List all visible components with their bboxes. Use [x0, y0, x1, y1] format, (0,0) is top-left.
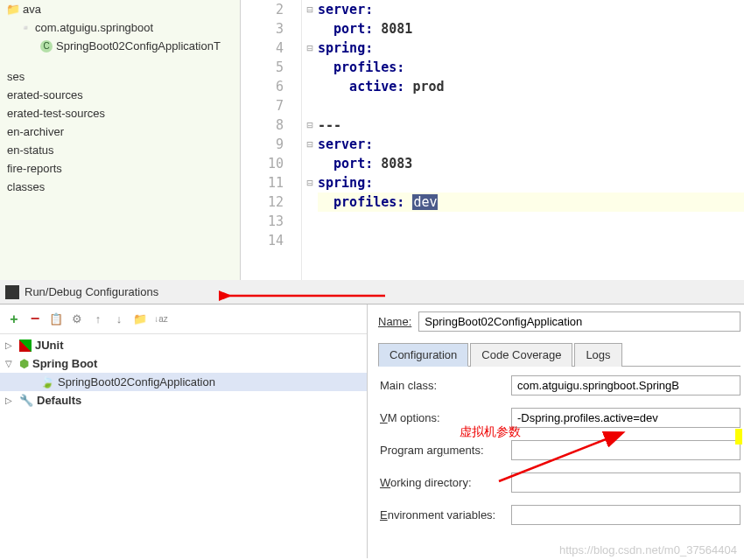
expand-icon[interactable]: ▷	[5, 340, 16, 350]
main-class-input[interactable]	[511, 375, 740, 396]
project-tree-panel[interactable]: 📁ava ▫️com.atguigu.springboot CSpringBoo…	[0, 0, 241, 280]
config-item-app[interactable]: 🍃 SpringBoot02ConfigApplication	[0, 373, 367, 391]
annotation-text: 虚拟机参数	[460, 424, 521, 440]
program-args-label: Program arguments:	[380, 444, 511, 457]
copy-button[interactable]: 📋	[49, 312, 63, 326]
expand-icon[interactable]: ▷	[5, 396, 16, 405]
vm-options-input[interactable]	[511, 408, 740, 428]
dialog-title-bar: Run/Debug Configurations	[0, 280, 744, 304]
tab-configuration[interactable]: Configuration	[378, 343, 468, 367]
config-label: SpringBoot02ConfigApplication	[58, 375, 215, 388]
tab-code-coverage[interactable]: Code Coverage	[470, 343, 572, 367]
tree-item[interactable]: erated-sources	[0, 86, 240, 104]
folder-button[interactable]: 📁	[133, 312, 147, 326]
config-label: Spring Boot	[32, 357, 97, 370]
tree-label: classes	[7, 180, 45, 193]
tree-label: en-archiver	[7, 125, 64, 138]
tree-item[interactable]: CSpringBoot02ConfigApplicationT	[0, 37, 240, 55]
yellow-highlight	[735, 429, 742, 444]
tree-item[interactable]: en-status	[0, 141, 240, 159]
working-dir-input[interactable]	[511, 472, 740, 493]
name-label: Name:	[378, 315, 411, 328]
tree-label: erated-sources	[7, 88, 83, 102]
config-tree[interactable]: ▷ JUnit ▽ ⬢ Spring Boot 🍃 SpringBoot02Co…	[0, 334, 367, 411]
spring-icon: ⬢	[19, 357, 29, 370]
config-label: JUnit	[35, 339, 64, 352]
tree-item[interactable]: classes	[0, 178, 240, 196]
fold-column: ⊟⊟⊟⊟⊟	[302, 0, 318, 280]
tree-item[interactable]: ▫️com.atguigu.springboot	[0, 18, 240, 37]
line-gutter: 2 3 4 5 6 7 8 9 10 11 12 13 14	[241, 0, 302, 280]
code-editor[interactable]: 2 3 4 5 6 7 8 9 10 11 12 13 14 ⊟⊟⊟⊟⊟ ser…	[241, 0, 744, 280]
add-button[interactable]: +	[7, 312, 21, 326]
config-label: Defaults	[37, 394, 81, 407]
env-vars-label: Environment variables:	[380, 508, 511, 522]
tree-item[interactable]: en-archiver	[0, 122, 240, 141]
package-icon: ▫️	[19, 22, 32, 34]
tree-label: com.atguigu.springboot	[35, 21, 153, 34]
config-item-junit[interactable]: ▷ JUnit	[0, 336, 367, 354]
tree-spacer	[0, 55, 240, 67]
watermark: https://blog.csdn.net/m0_37564404	[559, 543, 737, 556]
config-left-panel: + − 📋 ⚙ ↑ ↓ 📁 ↓az ▷ JUnit ▽ ⬢ Spring Boo…	[0, 304, 368, 558]
sort-button[interactable]: ↓az	[154, 312, 168, 326]
tree-label: fire-reports	[7, 162, 62, 175]
config-right-panel: Name: Configuration Code Coverage Logs M…	[368, 304, 744, 558]
tree-label: SpringBoot02ConfigApplicationT	[56, 39, 221, 52]
tree-item[interactable]: fire-reports	[0, 159, 240, 178]
working-dir-label: Working directory:	[380, 476, 511, 489]
tree-item[interactable]: 📁ava	[0, 0, 240, 18]
wrench-icon: 🔧	[19, 394, 33, 407]
vm-options-label: VM options:	[380, 411, 511, 424]
config-item-defaults[interactable]: ▷ 🔧 Defaults	[0, 391, 367, 410]
tree-item[interactable]: ses	[0, 67, 240, 86]
tree-label: en-status	[7, 144, 53, 157]
tree-label: ses	[7, 70, 25, 83]
config-toolbar: + − 📋 ⚙ ↑ ↓ 📁 ↓az	[0, 304, 367, 334]
main-class-label: Main class:	[380, 379, 511, 392]
spring-leaf-icon: 🍃	[40, 375, 54, 388]
down-button[interactable]: ↓	[112, 312, 126, 326]
settings-button[interactable]: ⚙	[70, 312, 84, 326]
tree-label: erated-test-sources	[7, 107, 105, 120]
config-tabs: Configuration Code Coverage Logs	[378, 342, 740, 367]
folder-icon: 📁	[7, 4, 19, 16]
tree-item[interactable]: erated-test-sources	[0, 104, 240, 122]
collapse-icon[interactable]: ▽	[5, 359, 16, 368]
name-input[interactable]	[418, 312, 740, 332]
tab-logs[interactable]: Logs	[574, 343, 621, 367]
class-icon: C	[40, 40, 53, 52]
code-content[interactable]: server: port: 8081spring: profiles: acti…	[318, 0, 744, 280]
tree-label: ava	[23, 3, 41, 16]
up-button[interactable]: ↑	[91, 312, 105, 326]
dialog-icon	[5, 285, 19, 299]
program-args-input[interactable]	[511, 440, 740, 460]
env-vars-input[interactable]	[511, 505, 740, 525]
junit-icon	[19, 340, 32, 352]
remove-button[interactable]: −	[28, 312, 42, 326]
dialog-title: Run/Debug Configurations	[25, 285, 158, 298]
config-item-spring-boot[interactable]: ▽ ⬢ Spring Boot	[0, 354, 367, 373]
